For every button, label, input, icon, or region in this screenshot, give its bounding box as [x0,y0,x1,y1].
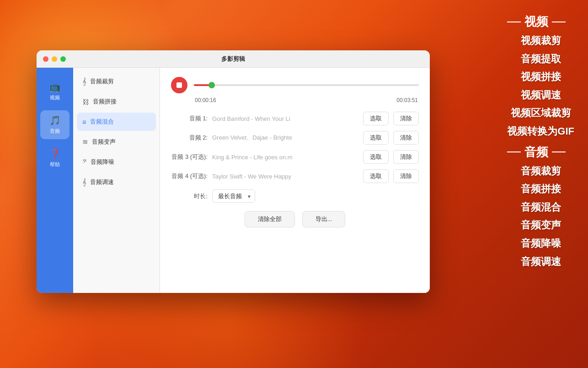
audio-trim-icon: 𝄞 [82,77,86,86]
func-audio-speed[interactable]: 𝄞 音频调速 [77,173,156,191]
duration-row: 时长: 最长音频 最短音频 自定义 [171,189,419,203]
traffic-lights [43,56,66,62]
right-panel-video-item: 视频转换为GIF [507,122,574,141]
right-panel-audio-item: 音频裁剪 [507,162,574,180]
track-row-2: 音频 2: Green Velvet、Dajae - Brighte 选取 清除 [171,131,419,145]
track-label-3: 音频 3 (可选): [171,153,208,161]
progress-bar[interactable] [194,84,419,86]
func-label-audio-speed: 音频调速 [90,178,114,186]
total-time: 00:03:51 [396,97,418,103]
right-panel-audio-item: 音频混合 [507,198,574,216]
track-label-4: 音频 4 (可选): [171,172,208,180]
nav-label-audio: 音频 [50,128,60,135]
track-value-4: Taylor Swift - We Were Happy [212,173,358,180]
right-panel-video-item: 视频裁剪 [507,32,574,50]
track-select-2[interactable]: 选取 [363,131,389,145]
func-label-audio-voice: 音频变声 [92,138,116,146]
track-row-1: 音频 1: Gord Bamford - When Your Li 选取 清除 [171,112,419,125]
nav-item-help[interactable]: ❓ 帮助 [40,144,69,173]
minimize-button[interactable] [52,56,57,62]
audio-tracks: 音频 1: Gord Bamford - When Your Li 选取 清除 … [171,112,419,183]
right-panel-audio-item: 音频变声 [507,216,574,234]
func-audio-concat[interactable]: ⛓ 音频拼接 [77,92,156,111]
right-panel: 视频 视频裁剪音频提取视频拼接视频调速视频区域裁剪视频转换为GIF 音频 音频裁… [507,14,574,271]
track-clear-1[interactable]: 清除 [393,112,419,125]
video-section-title: 视频 [507,14,574,30]
func-audio-mix[interactable]: ≡ 音频混合 [77,113,156,131]
stop-button[interactable] [171,77,187,93]
stop-icon [176,82,182,88]
track-clear-3[interactable]: 清除 [393,150,419,164]
time-display: 00:00:16 00:03:51 [171,97,419,103]
export-button[interactable]: 导出... [302,211,346,227]
func-audio-trim[interactable]: 𝄞 音频裁剪 [77,72,156,91]
nav-item-video[interactable]: 📺 视频 [40,77,69,106]
clear-all-button[interactable]: 清除全部 [245,211,295,227]
audio-section-title: 音频 [507,144,574,160]
nav-label-video: 视频 [50,94,60,101]
track-value-1: Gord Bamford - When Your Li [212,115,358,122]
duration-select-wrapper[interactable]: 最长音频 最短音频 自定义 [212,189,255,203]
audio-denoise-icon: 𝄢 [82,158,87,166]
track-label-1: 音频 1: [171,114,208,123]
audio-concat-icon: ⛓ [82,98,89,106]
nav-item-audio[interactable]: 🎵 音频 [40,110,69,139]
right-panel-video-item: 视频区域裁剪 [507,104,574,122]
window-title: 多影剪辑 [221,55,245,63]
right-panel-audio-item: 音频调速 [507,253,574,271]
right-panel-audio-item: 音频拼接 [507,180,574,198]
audio-mix-icon: ≡ [82,118,86,126]
func-label-audio-mix: 音频混合 [90,118,114,126]
duration-select[interactable]: 最长音频 最短音频 自定义 [212,189,255,203]
track-select-4[interactable]: 选取 [363,169,389,183]
duration-label: 时长: [171,192,208,200]
right-panel-video-item: 音频提取 [507,50,574,68]
track-value-2: Green Velvet、Dajae - Brighte [212,134,358,142]
func-label-audio-denoise: 音频降噪 [91,158,114,166]
app-window: 多影剪辑 📺 视频 🎵 音频 ❓ 帮助 𝄞 音频裁剪 ⛓ 音频拼接 ≡ 音频混合 [37,50,430,293]
func-audio-voice[interactable]: ≋ 音频变声 [77,133,156,151]
right-panel-video-item: 视频调速 [507,86,574,104]
audio-speed-icon: 𝄞 [82,178,86,186]
func-label-audio-concat: 音频拼接 [93,97,117,106]
player-area: 00:00:16 00:03:51 [171,77,419,103]
action-row: 清除全部 导出... [171,211,419,227]
func-label-audio-trim: 音频裁剪 [90,77,114,86]
track-row-3: 音频 3 (可选): King & Prince - Life goes on.… [171,150,419,164]
right-panel-audio-item: 音频降噪 [507,234,574,253]
right-panel-video-item: 视频拼接 [507,68,574,86]
track-label-2: 音频 2: [171,134,208,142]
func-audio-denoise[interactable]: 𝄢 音频降噪 [77,153,156,171]
track-select-3[interactable]: 选取 [363,150,389,164]
progress-thumb[interactable] [208,82,215,88]
track-row-4: 音频 4 (可选): Taylor Swift - We Were Happy … [171,169,419,183]
function-list: 𝄞 音频裁剪 ⛓ 音频拼接 ≡ 音频混合 ≋ 音频变声 𝄢 音频降噪 𝄞 音频调… [73,68,160,293]
title-bar: 多影剪辑 [37,50,430,68]
current-time: 00:00:16 [172,97,216,103]
track-value-3: King & Prince - Life goes on.m [212,154,358,161]
track-clear-4[interactable]: 清除 [393,169,419,183]
help-nav-icon: ❓ [49,148,61,159]
main-content: 00:00:16 00:03:51 音频 1: Gord Bamford - W… [160,68,430,293]
maximize-button[interactable] [60,56,66,62]
player-controls [171,77,419,93]
track-select-1[interactable]: 选取 [363,112,389,125]
nav-label-help: 帮助 [50,161,60,168]
close-button[interactable] [43,56,48,62]
track-clear-2[interactable]: 清除 [393,131,419,145]
audio-nav-icon: 🎵 [49,115,61,126]
audio-voice-icon: ≋ [82,138,88,146]
left-nav: 📺 视频 🎵 音频 ❓ 帮助 [37,68,73,293]
video-nav-icon: 📺 [49,81,61,92]
